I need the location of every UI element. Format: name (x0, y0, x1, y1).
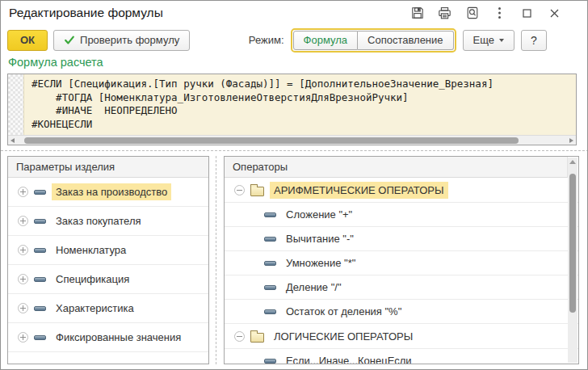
window-title: Редактирование формулы (9, 6, 163, 20)
tree-item[interactable]: Заказ покупателя (8, 207, 208, 236)
tree-item-label: Вычитание "-" (282, 230, 358, 247)
tree-item-label: ЛОГИЧЕСКИЕ ОПЕРАТОРЫ (270, 328, 417, 345)
tree-item[interactable]: Заказ на производство (8, 178, 208, 207)
horizontal-splitter[interactable] (1, 150, 588, 151)
tree-item[interactable]: Номенклатура (8, 236, 208, 265)
folder-icon (250, 187, 264, 196)
expand-icon[interactable] (18, 274, 28, 284)
mode-option-formula[interactable]: Формула (293, 31, 358, 50)
tree-item-label: Заказ на производство (52, 183, 171, 200)
tree-item[interactable]: Спецификация (8, 265, 208, 294)
more-button[interactable]: Еще (463, 30, 514, 51)
operator-icon (264, 309, 276, 314)
scroll-left-arrow-icon[interactable] (8, 136, 18, 145)
maximize-icon[interactable] (520, 6, 534, 20)
horizontal-scrollbar-track[interactable] (18, 137, 566, 144)
chevron-down-icon (499, 39, 504, 42)
horizontal-scrollbar[interactable] (8, 135, 576, 145)
checkmark-icon (64, 35, 75, 45)
vertical-splitter[interactable] (216, 156, 216, 364)
tree-item[interactable]: Вычитание "-" (225, 227, 578, 251)
preview-icon[interactable] (465, 6, 479, 20)
formula-editor[interactable]: #ЕСЛИ [Спецификация.[Тип ручки (Фасады)]… (7, 74, 577, 145)
tree-item[interactable]: АРИФМЕТИЧЕСКИЕ ОПЕРАТОРЫ (225, 178, 578, 203)
operators-panel: Операторы АРИФМЕТИЧЕСКИЕ ОПЕРАТОРЫСложен… (224, 156, 579, 364)
expand-icon[interactable] (18, 245, 28, 255)
attribute-icon (34, 306, 46, 311)
operators-tree: АРИФМЕТИЧЕСКИЕ ОПЕРАТОРЫСложение "+"Вычи… (225, 178, 578, 364)
tree-item[interactable]: Характеристика (8, 294, 208, 323)
operator-icon (264, 285, 276, 290)
tree-item-label: Заказ покупателя (52, 212, 145, 229)
parameters-panel: Параметры изделия Заказ на производствоЗ… (7, 156, 209, 364)
collapse-icon[interactable] (234, 331, 245, 342)
tree-item[interactable]: Умножение "*" (225, 251, 578, 275)
code-gutter (8, 74, 24, 135)
close-icon[interactable] (548, 6, 561, 20)
tree-item-label: Остаток от деления "%" (282, 303, 405, 320)
tree-item[interactable]: Фиксированные значения (8, 323, 208, 352)
tree-item-label: Деление "/" (282, 279, 346, 296)
formula-edit-window: { "window": { "title": "Редактирование ф… (0, 0, 588, 370)
tree-item-label: Фиксированные значения (52, 329, 185, 346)
vertical-scrollbar-thumb[interactable] (569, 174, 576, 313)
attribute-icon (34, 277, 46, 282)
parameters-tree: Заказ на производствоЗаказ покупателяНом… (8, 178, 208, 352)
ok-button[interactable]: ОК (7, 30, 48, 51)
titlebar-icons (410, 6, 561, 20)
expand-icon[interactable] (18, 303, 28, 313)
titlebar: Редактирование формулы (1, 1, 587, 25)
operator-icon (264, 237, 276, 242)
scroll-right-arrow-icon[interactable] (566, 136, 576, 145)
mode-label: Режим: (249, 34, 284, 46)
tree-item[interactable]: Деление "/" (225, 275, 578, 300)
operators-panel-header: Операторы (225, 157, 568, 178)
expand-icon[interactable] (18, 332, 28, 343)
help-button[interactable]: ? (521, 30, 547, 51)
tree-item[interactable]: Если...Иначе...КонецЕсли (225, 349, 578, 364)
toolbar-right-group: Режим: Формула Сопоставление Еще ? (249, 28, 547, 53)
attribute-icon (34, 335, 46, 340)
scroll-up-arrow-icon[interactable] (569, 160, 576, 164)
tree-item-label: Характеристика (52, 300, 138, 317)
attribute-icon (34, 248, 46, 253)
collapse-icon[interactable] (234, 185, 245, 196)
tree-item-label: Номенклатура (52, 242, 130, 259)
tree-item[interactable]: Остаток от деления "%" (225, 300, 578, 324)
tree-item[interactable]: Сложение "+" (225, 203, 578, 227)
print-icon[interactable] (438, 6, 452, 20)
operator-icon (264, 359, 276, 364)
check-formula-label: Проверить формулу (80, 34, 179, 46)
tree-item-label: Спецификация (52, 271, 133, 288)
expand-icon[interactable] (18, 187, 28, 197)
save-icon[interactable] (410, 6, 424, 20)
operator-icon (264, 212, 276, 217)
tree-item[interactable]: ЛОГИЧЕСКИЕ ОПЕРАТОРЫ (225, 324, 578, 349)
mode-option-mapping[interactable]: Сопоставление (358, 31, 454, 50)
check-formula-button[interactable]: Проверить формулу (53, 30, 190, 51)
tree-item-label: Сложение "+" (282, 206, 356, 223)
formula-code[interactable]: #ЕСЛИ [Спецификация.[Тип ручки (Фасады)]… (32, 78, 574, 131)
tree-item-label: Умножение "*" (282, 254, 359, 271)
tree-item-label: Если...Иначе...КонецЕсли (282, 352, 416, 364)
attribute-icon (34, 190, 46, 195)
mode-switch: Формула Сопоставление (291, 28, 456, 53)
formula-section-label: Формула расчета (8, 56, 103, 69)
operator-icon (264, 261, 276, 266)
more-button-label: Еще (473, 34, 494, 46)
parameters-panel-header: Параметры изделия (8, 157, 208, 178)
attribute-icon (34, 219, 46, 224)
tree-item-label: АРИФМЕТИЧЕСКИЕ ОПЕРАТОРЫ (270, 182, 448, 199)
vertical-scrollbar[interactable] (568, 158, 578, 363)
toolbar: ОК Проверить формулу Режим: Формула Сопо… (1, 27, 587, 53)
folder-icon (250, 333, 264, 343)
expand-icon[interactable] (18, 216, 28, 226)
horizontal-scrollbar-thumb[interactable] (24, 137, 519, 144)
menu-kebab-icon[interactable] (493, 6, 506, 20)
